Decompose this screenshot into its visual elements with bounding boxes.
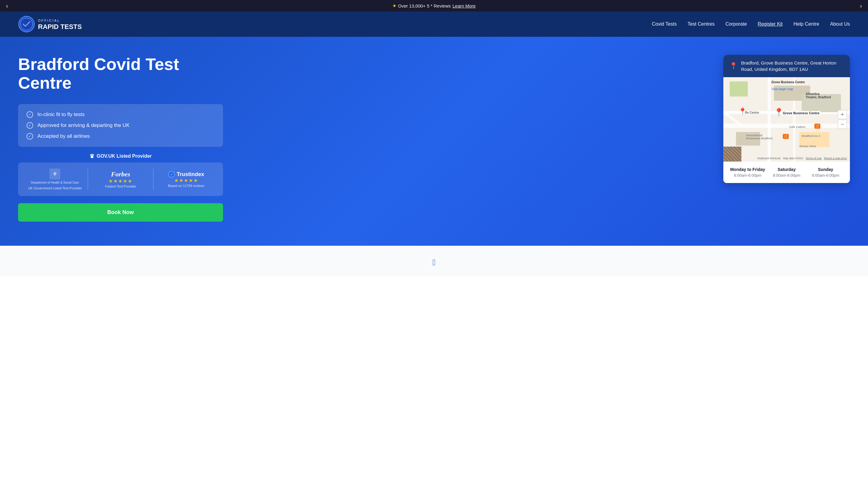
book-now-button[interactable]: Book Now [18, 203, 223, 221]
star-icon: ★ [393, 3, 396, 8]
weekday-time: 8:00am-6:00pm [728, 173, 767, 178]
feature-item-2: ✓ Approved for arriving & departing the … [27, 122, 215, 129]
nav-test-centres[interactable]: Test Centres [687, 22, 715, 27]
map-bradford-restaurant: InternationalRestaurant Bradford [746, 134, 773, 140]
nav-register-kit[interactable]: Register Kit [758, 22, 783, 27]
feature-label-2: Approved for arriving & departing the UK [37, 122, 130, 128]
map-grove-business-label: Grove Business Centre [781, 111, 821, 115]
forbes-stars: ★★★★★ [93, 178, 149, 184]
forbes-text: Forbes [93, 170, 149, 178]
check-icon-1: ✓ [27, 111, 33, 118]
facebook-icon[interactable]:  [433, 258, 435, 267]
trustindex-name: Trustindex [177, 171, 204, 178]
hero-right: 📍 Bradford, Grove Business Centre, Great… [723, 55, 850, 183]
nav-covid-tests[interactable]: Covid Tests [652, 22, 677, 27]
feature-label-3: Accepted by all airlines [37, 133, 90, 139]
gov-label: GOV.UK Listed Provider [97, 153, 152, 159]
map-zoom-in[interactable]: + [838, 110, 847, 119]
hours-bar: Monday to Friday 8:00am-6:00pm Saturday … [723, 161, 850, 183]
logo-text: OFFICIAL Rapid Tests [38, 18, 82, 31]
map-card: 📍 Bradford, Grove Business Centre, Great… [723, 55, 850, 183]
map-address-text: Bradford, Grove Business Centre, Great H… [741, 60, 844, 72]
map-sharpe-st: Sharpe Stree [799, 145, 816, 148]
main-nav: Covid Tests Test Centres Corporate Regis… [652, 22, 850, 27]
page-title: Bradford Covid Test Centre [18, 55, 223, 92]
features-box: ✓ In-clinic fit to fly tests ✓ Approved … [18, 104, 223, 147]
dept-text: Department of Health & Social Care [31, 181, 79, 184]
forbes-label: Fastest Test Provider [93, 184, 149, 188]
map-report[interactable]: Report a map error [824, 157, 847, 160]
map-bradford-ice: Bradford Ice A [802, 134, 820, 138]
forbes-logo: Forbes ★★★★★ Fastest Test Provider [88, 170, 153, 188]
next-arrow[interactable]: › [857, 1, 865, 10]
map-data-label: Map data ©2022 [783, 157, 803, 160]
hero-left: Bradford Covid Test Centre ✓ In-clinic f… [18, 55, 223, 221]
map-footer: Keyboard shortcuts Map data ©2022 Terms … [723, 157, 850, 160]
map-terms[interactable]: Terms of Use [806, 157, 822, 160]
announcement-text: Over 13,000+ 5 * Reviews [398, 3, 451, 8]
bottom-peek:  [0, 246, 868, 276]
learn-more-link[interactable]: Learn More [453, 3, 475, 8]
prev-arrow[interactable]: ‹ [3, 1, 11, 10]
map-zoom-out[interactable]: − [838, 120, 847, 129]
trustindex-badge: ✓ Trustindex [158, 171, 214, 178]
map-view-larger[interactable]: View larger map [772, 87, 793, 91]
map-food-icon-2: 🍴 [783, 134, 789, 139]
announcement-bar: ‹ ★ Over 13,000+ 5 * Reviews Learn More … [0, 0, 868, 11]
feature-item-1: ✓ In-clinic fit to fly tests [27, 111, 215, 118]
map-grove-label: Grove Business Centre [772, 81, 805, 84]
uk-gov-label: UK Government Listed Test Provider [28, 186, 82, 190]
hours-sunday: Sunday 8:00am-6:00pm [806, 167, 845, 178]
feature-item-3: ✓ Accepted by all airlines [27, 133, 215, 140]
map-image[interactable]: Grove Business Centre View larger map Al… [723, 77, 850, 161]
sunday-time: 8:00am-6:00pm [806, 173, 845, 178]
map-food-icon-1: 🍴 [814, 124, 820, 129]
saturday-time: 8:00am-6:00pm [767, 173, 806, 178]
map-address-bar: 📍 Bradford, Grove Business Centre, Great… [723, 55, 850, 77]
gov-badge: ♛ GOV.UK Listed Provider [18, 153, 223, 159]
check-icon-3: ✓ [27, 133, 33, 140]
feature-label-1: In-clinic fit to fly tests [37, 112, 85, 118]
map-keyboard-shortcuts: Keyboard shortcuts [757, 157, 781, 160]
check-icon-2: ✓ [27, 122, 33, 129]
hours-weekday: Monday to Friday 8:00am-6:00pm [728, 167, 767, 178]
map-alhambra-label: AlhambraTheatre, Bradford [806, 92, 831, 99]
map-controls: + − [838, 110, 847, 129]
logos-box: ⚜ Department of Health & Social Care UK … [18, 162, 223, 196]
map-cafe-label: Cafe J'adore [789, 125, 805, 128]
header: OFFICIAL Rapid Tests Covid Tests Test Ce… [0, 11, 868, 37]
bottom-social-icons:  [18, 258, 850, 267]
saturday-label: Saturday [767, 167, 806, 172]
sunday-label: Sunday [806, 167, 845, 172]
dept-health-icon: ⚜ [50, 169, 60, 179]
hero-section: Bradford Covid Test Centre ✓ In-clinic f… [0, 37, 868, 246]
map-re-centre-label: Re Centre [745, 111, 759, 114]
logo-icon [18, 16, 35, 33]
trustindex-stars: ★★★★★ [158, 178, 214, 183]
trustindex-logo: ✓ Trustindex ★★★★★ Based on 11756 review… [153, 171, 219, 187]
nav-about-us[interactable]: About Us [830, 22, 850, 27]
svg-text:⚜: ⚜ [53, 171, 57, 177]
nav-help-centre[interactable]: Help Centre [794, 22, 819, 27]
nav-corporate[interactable]: Corporate [725, 22, 747, 27]
trustindex-check-icon: ✓ [168, 171, 175, 178]
logo-link[interactable]: OFFICIAL Rapid Tests [18, 16, 82, 33]
trustindex-label: Based on 11756 reviews [158, 184, 214, 187]
dept-health-logo: ⚜ Department of Health & Social Care UK … [22, 169, 88, 190]
weekday-label: Monday to Friday [728, 167, 767, 172]
hours-saturday: Saturday 8:00am-6:00pm [767, 167, 806, 178]
svg-point-1 [21, 18, 33, 30]
crown-icon: ♛ [90, 153, 94, 159]
map-pin-icon: 📍 [730, 61, 738, 71]
